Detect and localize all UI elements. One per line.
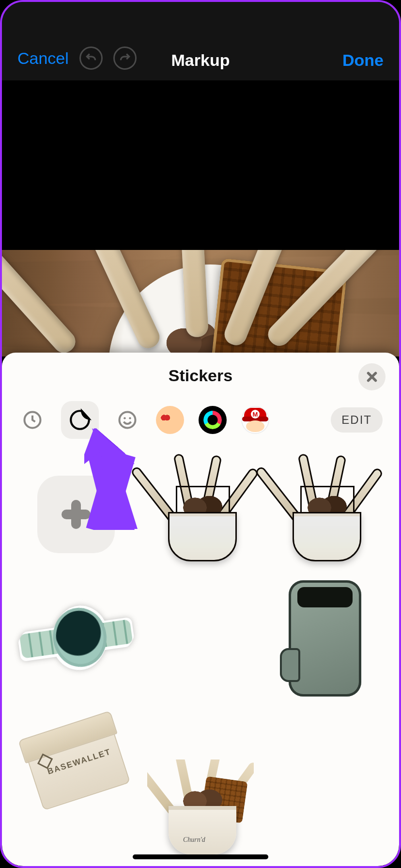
cancel-button[interactable]: Cancel (17, 49, 69, 68)
sticker-category-row: M EDIT (2, 398, 399, 442)
done-button[interactable]: Done (342, 51, 384, 69)
undo-button[interactable] (79, 46, 103, 70)
close-sheet-button[interactable] (358, 363, 386, 390)
sticker-icecream-photo[interactable]: Churn'd (143, 585, 258, 692)
redo-icon (119, 52, 131, 64)
memoji-icon (156, 406, 184, 434)
close-icon (366, 371, 378, 383)
sheet-title: Stickers (169, 366, 232, 385)
svg-point-2 (123, 417, 125, 419)
sticker-icecream-comic-1[interactable] (143, 461, 258, 568)
add-sticker-button[interactable] (18, 461, 133, 568)
sticker-grid: Churn'd BASEWALLET (2, 442, 399, 816)
sticker-watch[interactable] (18, 585, 133, 692)
markup-nav-bar: Cancel Markup Done (2, 2, 399, 80)
category-fitness[interactable] (199, 406, 227, 434)
undo-icon (85, 52, 97, 64)
edit-stickers-button[interactable]: EDIT (331, 407, 383, 433)
category-memoji[interactable] (156, 406, 184, 434)
plus-icon (62, 500, 91, 529)
sticker-icecream-comic-2[interactable] (268, 461, 383, 568)
emoji-smile-icon (117, 409, 138, 431)
edited-photo (2, 250, 399, 356)
screen-title: Markup (171, 51, 230, 70)
home-indicator[interactable] (133, 854, 268, 859)
sticker-wallet[interactable]: BASEWALLET (18, 709, 133, 816)
sticker-phone[interactable] (268, 585, 383, 692)
category-emoji[interactable] (113, 406, 141, 434)
redo-button[interactable] (113, 46, 137, 70)
stickers-sheet: Stickers (2, 353, 399, 866)
clock-icon (22, 409, 43, 431)
svg-point-1 (120, 412, 136, 428)
category-mario[interactable]: M (241, 406, 269, 434)
category-recents[interactable] (18, 406, 46, 434)
category-stickers[interactable] (61, 401, 99, 439)
svg-point-3 (129, 417, 131, 419)
sticker-peel-icon (68, 408, 92, 432)
